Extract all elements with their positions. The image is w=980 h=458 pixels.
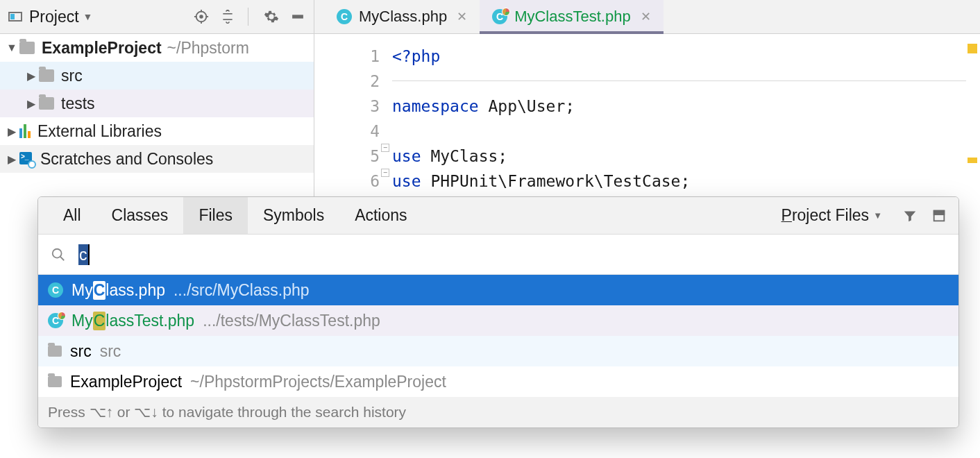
- code-token: use: [392, 172, 430, 190]
- folder-icon: [39, 69, 54, 82]
- chevron-down-icon[interactable]: ▼: [4, 42, 19, 54]
- tree-node-label: External Libraries: [37, 122, 162, 141]
- line-number: 5: [314, 144, 380, 169]
- search-tab-files[interactable]: Files: [183, 197, 248, 234]
- folder-icon: [39, 97, 54, 110]
- tree-node-tests[interactable]: ▶ tests: [0, 90, 314, 117]
- project-view-title[interactable]: Project: [29, 8, 79, 26]
- locate-icon[interactable]: [192, 8, 210, 26]
- search-result-item[interactable]: src src: [38, 336, 958, 366]
- inspection-marker[interactable]: [968, 44, 977, 53]
- search-result-item[interactable]: ExampleProject ~/PhpstormProjects/Exampl…: [38, 366, 958, 397]
- test-class-file-icon: C: [48, 313, 63, 328]
- code-token: MyClass;: [430, 147, 507, 165]
- result-path: .../tests/MyClassTest.php: [203, 312, 380, 330]
- project-tree[interactable]: ▼ ExampleProject ~/Phpstorm ▶ src ▶ test…: [0, 34, 314, 173]
- editor-tab-myclass[interactable]: C MyClass.php ✕: [324, 0, 480, 33]
- tree-node-scratches[interactable]: ▶ Scratches and Consoles: [0, 145, 314, 173]
- scratches-icon: [19, 152, 33, 166]
- search-popup-tabstrip: All Classes Files Symbols Actions Projec…: [38, 197, 958, 235]
- search-tab-actions[interactable]: Actions: [339, 197, 422, 234]
- line-number: 1: [314, 44, 380, 69]
- editor-marker-strip[interactable]: [966, 34, 980, 196]
- search-everywhere-popup: All Classes Files Symbols Actions Projec…: [37, 196, 959, 428]
- project-sidebar: Project ▼ ▼: [0, 0, 314, 196]
- svg-rect-10: [934, 210, 945, 214]
- code-content[interactable]: <?php namespace App\User; −use MyClass; …: [392, 34, 980, 196]
- search-results-list: C MyClass.php .../src/MyClass.php C MyCl…: [38, 275, 958, 397]
- search-result-item[interactable]: C MyClass.php .../src/MyClass.php: [38, 275, 958, 305]
- folder-icon: [19, 42, 35, 54]
- fold-icon[interactable]: −: [381, 169, 389, 177]
- code-token: <?php: [392, 47, 440, 65]
- class-file-icon: C: [337, 9, 352, 24]
- project-toolwindow-header: Project ▼: [0, 0, 314, 34]
- project-root-path: ~/Phpstorm: [167, 39, 249, 58]
- search-icon: [51, 247, 66, 262]
- result-path: ~/PhpstormProjects/ExampleProject: [190, 373, 446, 391]
- project-view-icon: [8, 12, 22, 22]
- editor-area: C MyClass.php ✕ C MyClassTest.php ✕ 1 2 …: [314, 0, 980, 196]
- tab-label: Classes: [112, 206, 169, 225]
- expand-all-icon[interactable]: [219, 8, 237, 26]
- tree-node-external-libs[interactable]: ▶ External Libraries: [0, 117, 314, 145]
- gear-icon[interactable]: [262, 8, 280, 26]
- tab-label: Symbols: [263, 206, 324, 225]
- search-tab-all[interactable]: All: [48, 197, 96, 234]
- code-token: App\User;: [488, 97, 575, 115]
- search-tab-classes[interactable]: Classes: [96, 197, 184, 234]
- line-number: 4: [314, 119, 380, 144]
- test-class-file-icon: C: [492, 9, 507, 24]
- project-root-name: ExampleProject: [42, 39, 162, 58]
- chevron-right-icon[interactable]: ▶: [24, 97, 39, 110]
- tab-label: MyClassTest.php: [514, 8, 631, 26]
- code-token: PHPUnit\Framework\TestCase;: [430, 172, 690, 190]
- hide-icon[interactable]: [289, 8, 307, 26]
- tree-node-label: Scratches and Consoles: [40, 150, 213, 169]
- result-filename: MyClass.php: [71, 281, 165, 300]
- editor-tabstrip: C MyClass.php ✕ C MyClassTest.php ✕: [314, 0, 980, 34]
- chevron-right-icon[interactable]: ▶: [24, 69, 39, 83]
- search-scope-selector[interactable]: Project Files ▼: [782, 206, 882, 225]
- result-path: src: [100, 342, 121, 361]
- tree-node-src[interactable]: ▶ src: [0, 62, 314, 90]
- scope-mnemonic: P: [782, 206, 792, 224]
- editor-tab-myclasstest[interactable]: C MyClassTest.php ✕: [480, 0, 664, 33]
- code-editor[interactable]: 1 2 3 4 5 6 <?php namespace App\User; −u…: [314, 34, 980, 196]
- fold-icon[interactable]: −: [381, 144, 389, 152]
- search-input[interactable]: c: [78, 244, 90, 265]
- filter-icon[interactable]: [900, 206, 920, 226]
- folder-icon: [48, 376, 62, 387]
- svg-line-12: [60, 256, 65, 260]
- tab-label: All: [63, 206, 81, 225]
- svg-point-1: [200, 15, 203, 18]
- folder-icon: [48, 346, 62, 357]
- search-result-item[interactable]: C MyClassTest.php .../tests/MyClassTest.…: [38, 305, 958, 336]
- tree-node-label: src: [61, 67, 83, 85]
- text-caret: [88, 244, 90, 265]
- result-filename: ExampleProject: [70, 373, 182, 391]
- search-input-row: c: [38, 235, 958, 275]
- inspection-marker[interactable]: [968, 158, 977, 163]
- chevron-right-icon[interactable]: ▶: [4, 153, 19, 166]
- pin-window-icon[interactable]: [929, 206, 949, 226]
- tab-label: Actions: [355, 206, 407, 225]
- result-filename: MyClassTest.php: [71, 312, 194, 330]
- chevron-down-icon: ▼: [873, 210, 882, 221]
- tree-node-project-root[interactable]: ▼ ExampleProject ~/Phpstorm: [0, 34, 314, 62]
- close-icon[interactable]: ✕: [641, 9, 651, 24]
- tree-node-label: tests: [61, 94, 95, 113]
- result-filename: src: [70, 342, 92, 361]
- svg-rect-8: [293, 16, 303, 18]
- tab-label: Files: [198, 206, 233, 225]
- chevron-right-icon[interactable]: ▶: [4, 125, 19, 138]
- close-icon[interactable]: ✕: [457, 9, 467, 24]
- line-number: 2: [314, 69, 380, 94]
- line-number: 3: [314, 94, 380, 119]
- scope-label: roject Files: [792, 206, 869, 224]
- code-token: use: [392, 147, 430, 165]
- project-view-dropdown-icon[interactable]: ▼: [83, 11, 93, 22]
- result-path: .../src/MyClass.php: [174, 281, 310, 300]
- libraries-icon: [19, 124, 31, 138]
- search-tab-symbols[interactable]: Symbols: [248, 197, 339, 234]
